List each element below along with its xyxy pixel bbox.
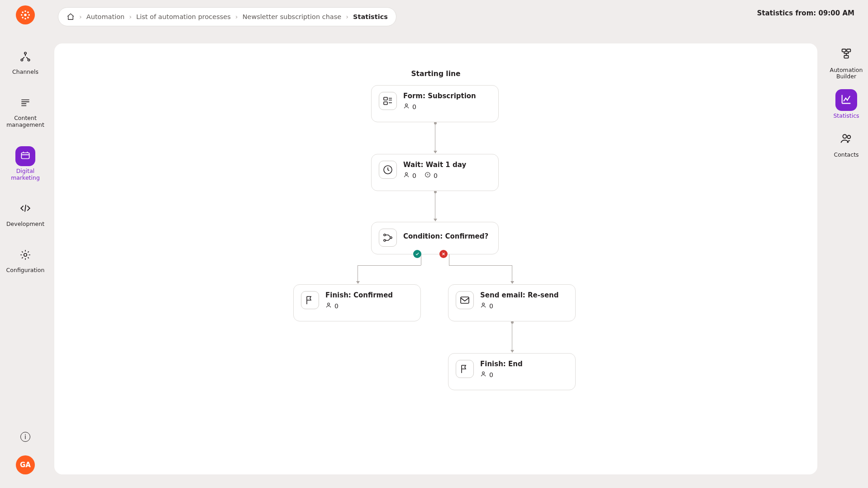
svg-point-28 bbox=[328, 303, 330, 305]
svg-point-1 bbox=[24, 10, 26, 12]
person-icon bbox=[403, 103, 410, 110]
connector bbox=[358, 265, 358, 283]
tab-statistics[interactable]: Statistics bbox=[827, 89, 865, 119]
connector bbox=[449, 254, 449, 265]
left-sidebar: Channels Content management Digital mark… bbox=[0, 0, 51, 488]
step-title: Finish: End bbox=[480, 360, 568, 368]
step-title: Condition: Confirmed? bbox=[403, 232, 491, 240]
mail-icon bbox=[456, 291, 474, 309]
flag-icon bbox=[301, 291, 319, 309]
svg-rect-12 bbox=[21, 153, 29, 158]
svg-point-27 bbox=[390, 237, 392, 239]
step-title: Form: Subscription bbox=[403, 92, 491, 100]
chevron-right-icon: › bbox=[129, 13, 132, 20]
clock-small-icon bbox=[424, 172, 431, 179]
svg-point-25 bbox=[384, 234, 386, 236]
crumb-current: Statistics bbox=[353, 13, 388, 20]
svg-point-4 bbox=[28, 14, 30, 16]
svg-point-0 bbox=[24, 14, 27, 16]
step-people-count: 0 bbox=[412, 103, 416, 110]
chevron-right-icon: › bbox=[79, 13, 82, 20]
person-icon bbox=[325, 302, 332, 310]
svg-point-13 bbox=[24, 254, 27, 257]
svg-point-8 bbox=[27, 17, 29, 19]
nav-content[interactable]: Content management bbox=[5, 89, 46, 134]
connector bbox=[421, 254, 421, 265]
person-icon bbox=[403, 172, 410, 179]
form-icon bbox=[379, 92, 397, 110]
step-send-email[interactable]: Send email: Re-send 0 bbox=[448, 284, 576, 321]
chevron-right-icon: › bbox=[346, 13, 348, 20]
connector bbox=[512, 265, 512, 283]
crumb-process[interactable]: Newsletter subscription chase bbox=[243, 13, 342, 20]
svg-point-17 bbox=[843, 134, 846, 138]
svg-point-2 bbox=[24, 18, 26, 19]
nav-config-label: Configuration bbox=[6, 267, 45, 273]
step-people-count: 0 bbox=[412, 172, 416, 179]
chevron-right-icon: › bbox=[235, 13, 238, 20]
digital-marketing-icon bbox=[19, 150, 31, 163]
tab-automation-builder[interactable]: Automation Builder bbox=[827, 43, 865, 80]
step-condition[interactable]: Condition: Confirmed? bbox=[371, 222, 499, 254]
svg-point-5 bbox=[22, 11, 24, 13]
crumb-automation[interactable]: Automation bbox=[86, 13, 124, 20]
svg-point-31 bbox=[482, 372, 485, 374]
step-people-count: 0 bbox=[489, 302, 493, 310]
home-icon[interactable] bbox=[67, 13, 75, 21]
step-finish-end[interactable]: Finish: End 0 bbox=[448, 353, 576, 390]
svg-point-11 bbox=[28, 59, 29, 61]
svg-point-23 bbox=[405, 172, 408, 175]
flow-canvas[interactable]: Starting line Form: Subscription 0 Wai bbox=[54, 43, 817, 474]
channels-icon bbox=[19, 51, 31, 64]
person-icon bbox=[480, 302, 486, 310]
step-people-count: 0 bbox=[334, 302, 339, 310]
gear-icon bbox=[19, 249, 31, 262]
flag-icon bbox=[456, 360, 474, 378]
step-form[interactable]: Form: Subscription 0 bbox=[371, 85, 499, 122]
content-icon bbox=[19, 97, 31, 110]
connector bbox=[512, 322, 512, 352]
statistics-from-label: Statistics from: 09:00 AM bbox=[757, 9, 854, 17]
nav-digital-label: Digital marketing bbox=[7, 168, 44, 181]
svg-rect-29 bbox=[461, 297, 469, 303]
nav-dev-label: Development bbox=[6, 221, 44, 227]
tab-contacts[interactable]: Contacts bbox=[827, 128, 865, 158]
contacts-label: Contacts bbox=[834, 152, 858, 158]
right-sidebar: Automation Builder Statistics Contacts bbox=[825, 43, 868, 158]
user-avatar[interactable]: GA bbox=[16, 455, 35, 474]
svg-rect-20 bbox=[384, 102, 387, 105]
breadcrumb: › Automation › List of automation proces… bbox=[58, 7, 396, 26]
step-title: Finish: Confirmed bbox=[325, 291, 413, 299]
condition-yes-badge bbox=[413, 250, 421, 258]
branch-icon bbox=[379, 229, 397, 247]
builder-icon bbox=[840, 48, 853, 62]
nav-configuration[interactable]: Configuration bbox=[5, 241, 46, 279]
svg-rect-19 bbox=[384, 97, 387, 100]
nav-digital-marketing[interactable]: Digital marketing bbox=[5, 142, 46, 187]
contacts-icon bbox=[840, 132, 853, 146]
step-finish-confirmed[interactable]: Finish: Confirmed 0 bbox=[293, 284, 421, 321]
step-waiting-count: 0 bbox=[434, 172, 438, 179]
connector bbox=[358, 265, 421, 266]
nav-development[interactable]: Development bbox=[5, 195, 46, 233]
statistics-icon bbox=[840, 93, 853, 107]
app-logo[interactable] bbox=[16, 5, 35, 24]
nav-channels-label: Channels bbox=[12, 69, 38, 75]
nav-channels[interactable]: Channels bbox=[5, 43, 46, 81]
connector bbox=[435, 192, 435, 221]
crumb-list[interactable]: List of automation processes bbox=[136, 13, 231, 20]
clock-icon bbox=[379, 161, 397, 179]
step-wait[interactable]: Wait: Wait 1 day 0 0 bbox=[371, 154, 499, 191]
step-title: Wait: Wait 1 day bbox=[403, 161, 491, 169]
condition-no-badge bbox=[439, 250, 448, 258]
svg-point-7 bbox=[22, 17, 24, 19]
svg-point-18 bbox=[847, 135, 850, 139]
info-icon[interactable]: i bbox=[20, 432, 30, 442]
starting-line-label: Starting line bbox=[411, 70, 460, 78]
svg-point-10 bbox=[21, 59, 23, 61]
person-icon bbox=[480, 371, 486, 378]
code-icon bbox=[19, 202, 31, 215]
svg-point-30 bbox=[482, 303, 485, 305]
builder-label: Automation Builder bbox=[827, 67, 865, 80]
svg-point-6 bbox=[27, 11, 29, 13]
